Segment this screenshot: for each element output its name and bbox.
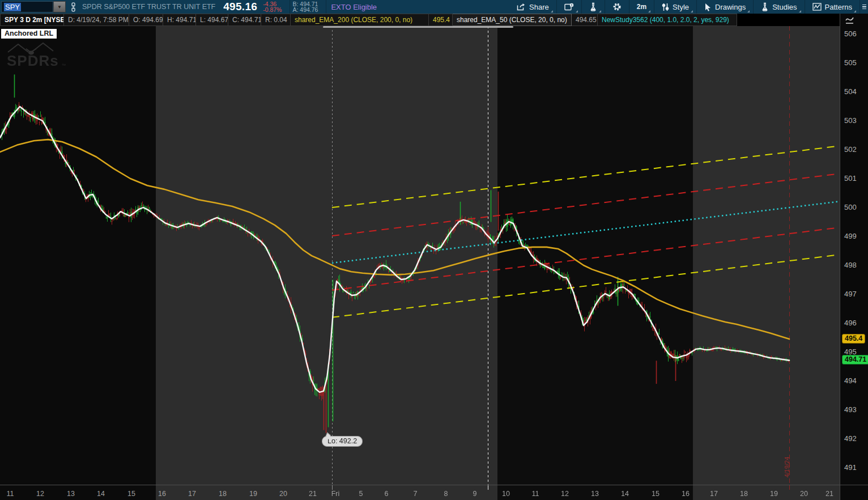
symbol-dropdown-button[interactable]: ▼ xyxy=(53,1,66,12)
toolbar-separator xyxy=(860,0,860,14)
open-cell: O: 494.69 xyxy=(129,14,163,26)
toolbar-separator xyxy=(326,0,326,14)
x-axis-label: 20 xyxy=(279,490,287,498)
spdrs-watermark: SPDRs ™ xyxy=(3,40,70,69)
ema200-price-badge: 495.4 xyxy=(842,334,865,344)
y-axis-label: 504 xyxy=(844,87,857,96)
symbol-combobox: SPY ▼ xyxy=(1,1,66,12)
patterns-label: Patterns xyxy=(825,3,852,11)
symbol-text: SPY xyxy=(4,3,21,11)
x-axis-label: 7 xyxy=(414,490,418,498)
patterns-menu[interactable]: Patterns xyxy=(807,0,857,14)
price-chart[interactable] xyxy=(0,26,840,485)
share-label: Share xyxy=(529,3,549,11)
x-axis-label: 8 xyxy=(444,490,448,498)
style-label: Style xyxy=(673,3,689,11)
low-cell: L: 494.67 xyxy=(196,14,228,26)
chart-symbol-cell[interactable]: SPY 3 D 2m [NYSE] xyxy=(0,14,64,26)
studies-menu[interactable]: Studies xyxy=(756,0,802,14)
x-axis-label: 19 xyxy=(770,490,778,498)
dropdown-caret xyxy=(854,10,856,12)
x-axis-label: 14 xyxy=(97,490,105,498)
top-toolbar: SPY ▼ SPDR S&P500 ETF TRUST TR UNIT ETF … xyxy=(0,0,868,14)
toolbar-separator xyxy=(696,0,697,14)
dropdown-caret xyxy=(551,10,553,12)
link-icon[interactable] xyxy=(70,2,76,12)
y-axis-label: 499 xyxy=(844,232,857,240)
y-axis-label: 506 xyxy=(844,29,857,38)
x-axis-label: 16 xyxy=(682,490,690,498)
dropdown-caret xyxy=(648,10,650,12)
flask-icon xyxy=(589,2,597,11)
x-axis-label: 15 xyxy=(652,490,659,498)
x-axis-label: 18 xyxy=(219,490,227,498)
price-axis[interactable]: 5065055045035025015004994984974964954944… xyxy=(840,14,868,485)
axis-scale-icon[interactable] xyxy=(845,15,856,26)
x-axis-label: 6 xyxy=(385,490,389,498)
y-axis-label: 491 xyxy=(844,463,857,472)
y-axis-label: 492 xyxy=(844,434,857,443)
ema200-study-value: 495.4 xyxy=(429,14,453,26)
low-price-tooltip: Lo: 492.2 xyxy=(322,436,363,447)
toolbar-separator xyxy=(290,0,290,14)
bid-ask: B: 494.71 A: 494.76 xyxy=(292,1,318,13)
ema50-study-value: 494.65 xyxy=(572,14,598,26)
anchored-lrl-label[interactable]: Anchored LRL xyxy=(1,29,57,39)
y-axis-label: 497 xyxy=(844,290,857,298)
flask-icon xyxy=(761,2,769,11)
dropdown-caret xyxy=(747,10,750,12)
cursor-icon xyxy=(704,3,712,11)
time-axis[interactable]: 1112131415161718192021Fri567891011121314… xyxy=(0,485,840,500)
x-axis-label: 11 xyxy=(7,490,14,498)
y-axis-label: 498 xyxy=(844,261,857,269)
session-tick xyxy=(332,485,333,490)
x-axis-label: 15 xyxy=(127,490,135,498)
ema50-study-label[interactable]: shared_EMA_50 (CLOSE, 20, 0, no) xyxy=(453,14,572,26)
exto-eligible-label: EXTO Eligible xyxy=(331,3,377,11)
symbol-description: SPDR S&P500 ETF TRUST TR UNIT ETF xyxy=(82,3,215,11)
chart-status-row: SPY 3 D 2m [NYSE] D: 4/19/24, 7:58 PM O:… xyxy=(0,14,840,26)
y-axis-label: 503 xyxy=(844,116,857,125)
y-axis-label: 502 xyxy=(844,145,857,154)
close-cell: C: 494.71 xyxy=(228,14,261,26)
y-axis-label: 493 xyxy=(844,405,857,414)
toolbar-separator xyxy=(629,0,629,14)
drawings-label: Drawings xyxy=(715,3,746,11)
x-axis-label: 9 xyxy=(473,490,477,498)
x-axis-label: 10 xyxy=(502,490,510,498)
low-tooltip-text: Lo: 492.2 xyxy=(327,437,357,445)
price-change: -4.36 -0.87% xyxy=(263,1,282,13)
share-button[interactable]: Share xyxy=(512,0,554,14)
chart-settings-button[interactable] xyxy=(607,0,627,14)
svg-text:™: ™ xyxy=(61,63,66,68)
dropdown-caret xyxy=(799,10,801,12)
ema200-study-label[interactable]: shared_EMA_200 (CLOSE, 200, 0, no) xyxy=(291,14,429,26)
newstudy-label[interactable]: NewStudy3562 (400, 1.0, 2.0, 2, yes, 929… xyxy=(598,14,737,26)
style-menu[interactable]: Style xyxy=(657,0,694,14)
x-axis-label: 12 xyxy=(561,490,569,498)
drawings-menu[interactable]: Drawings xyxy=(699,0,751,14)
chart-scrollbar-thumb[interactable] xyxy=(323,26,513,28)
datetime-cell: D: 4/19/24, 7:58 PM xyxy=(64,14,129,26)
dropdown-caret xyxy=(691,10,693,12)
x-axis-label: 14 xyxy=(621,490,629,498)
x-axis-label: 21 xyxy=(309,490,317,498)
x-axis-label: 16 xyxy=(158,490,166,498)
x-axis-label: 12 xyxy=(36,490,44,498)
alerts-button[interactable] xyxy=(559,0,579,14)
quick-study-button[interactable] xyxy=(584,0,602,14)
x-axis-label: 17 xyxy=(710,490,718,498)
news-icon xyxy=(564,3,574,11)
session-tick xyxy=(789,485,790,490)
x-axis-label: 19 xyxy=(249,490,257,498)
toolbar-separator xyxy=(753,0,754,14)
toolbar-separator xyxy=(581,0,582,14)
timeframe-label: 2m xyxy=(637,3,646,11)
status-row-filler xyxy=(737,14,840,26)
symbol-input[interactable]: SPY xyxy=(1,1,53,12)
timeframe-button[interactable]: 2m xyxy=(632,0,652,14)
y-axis-label: 501 xyxy=(844,174,857,183)
session-tick xyxy=(488,485,488,490)
more-tools-button[interactable] xyxy=(862,0,868,14)
x-axis-label: 20 xyxy=(800,490,808,498)
